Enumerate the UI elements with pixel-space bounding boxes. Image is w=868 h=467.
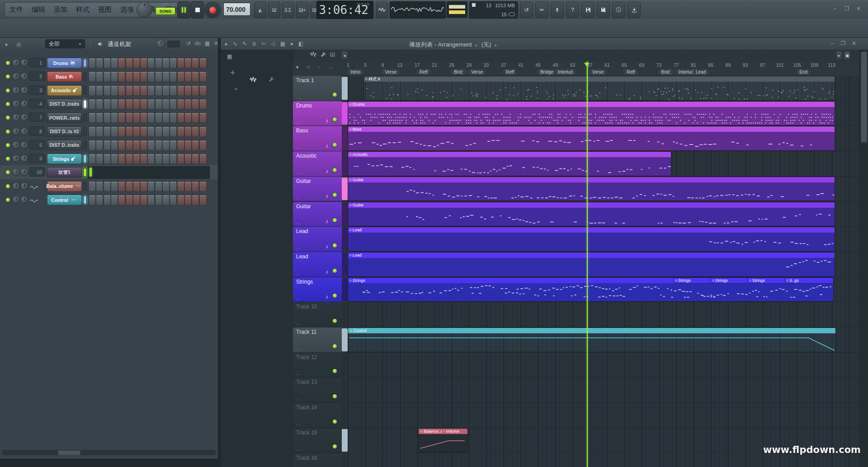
step-cell[interactable] <box>96 112 103 123</box>
undo-icon[interactable]: ↺ <box>520 2 533 18</box>
track-options-dots[interactable]: ... <box>296 145 301 149</box>
step-cell[interactable] <box>170 99 177 109</box>
step-cell[interactable] <box>199 154 207 164</box>
step-cell[interactable] <box>89 58 96 68</box>
clip-strings[interactable]: ≡Strings <box>711 278 748 283</box>
step-cell[interactable] <box>96 195 103 205</box>
countdown-icon[interactable]: 3.2. <box>282 2 294 18</box>
vertical-scrollbar[interactable] <box>859 50 868 467</box>
step-cell[interactable] <box>162 181 170 191</box>
step-cell[interactable] <box>140 99 147 109</box>
track-color-strip[interactable] <box>342 454 348 467</box>
slice-tool-icon[interactable]: ✄ <box>261 41 266 47</box>
step-cell[interactable] <box>147 154 155 164</box>
playlist-maximize-button[interactable]: ❐ <box>839 40 847 47</box>
clip-header[interactable]: ≡Guitar <box>348 177 835 182</box>
channel-enable-led[interactable] <box>5 102 10 107</box>
picker-wave-tab-icon[interactable] <box>250 76 257 84</box>
stretch-icon[interactable]: ↔ <box>328 64 334 70</box>
track-options-dots[interactable]: ... <box>296 446 301 451</box>
step-cell[interactable] <box>155 126 162 137</box>
track-enable-led[interactable] <box>332 168 337 173</box>
step-cell[interactable] <box>89 112 96 123</box>
track-options-dots[interactable]: ... <box>296 94 301 99</box>
rack-scrollbar[interactable] <box>2 450 216 455</box>
note-icon[interactable]: ♪ <box>326 117 328 124</box>
save-icon[interactable] <box>581 2 594 18</box>
pan-knob[interactable] <box>12 73 20 80</box>
step-cell[interactable] <box>155 195 162 205</box>
step-cell[interactable] <box>111 126 118 137</box>
track-color-strip[interactable] <box>342 429 348 452</box>
step-cell[interactable] <box>192 181 199 191</box>
track-color-strip[interactable] <box>342 177 348 201</box>
menu-item-0[interactable]: 文件 <box>9 5 23 14</box>
step-cell[interactable] <box>111 140 118 150</box>
pan-knob[interactable] <box>12 196 20 204</box>
step-cell[interactable] <box>155 181 162 191</box>
step-cell[interactable] <box>199 71 207 82</box>
track-color-strip[interactable] <box>342 278 348 301</box>
clip-lead[interactable]: ≡Lead <box>348 227 835 251</box>
channel-button[interactable]: DIST D..ts #2 <box>47 126 82 137</box>
channel-button[interactable]: Acoustic <box>47 85 82 96</box>
step-cell[interactable] <box>104 99 111 109</box>
step-cell[interactable] <box>133 112 140 123</box>
swing-knob[interactable] <box>156 40 165 48</box>
step-cell[interactable] <box>199 85 207 96</box>
track-header-drums[interactable]: Drums...♪ <box>293 101 342 126</box>
step-cell[interactable] <box>104 154 111 164</box>
step-cell[interactable] <box>162 85 170 96</box>
step-cell[interactable] <box>177 58 184 68</box>
zoom-fit-button[interactable]: ▣ <box>844 51 851 60</box>
step-cell[interactable] <box>140 85 147 96</box>
step-cell[interactable] <box>147 99 155 109</box>
step-cell[interactable] <box>155 154 162 164</box>
close-icon[interactable]: ✕ <box>214 40 218 47</box>
close-button[interactable]: ✕ <box>854 5 863 12</box>
blend-recording-icon[interactable]: Ш+ <box>296 2 308 18</box>
step-cell[interactable] <box>170 126 177 137</box>
step-cell[interactable] <box>133 140 140 150</box>
microphone-icon[interactable] <box>551 2 564 18</box>
volume-knob[interactable] <box>20 155 28 163</box>
track-header-bass[interactable]: Bass...♪ <box>293 126 342 151</box>
step-cell[interactable] <box>170 71 177 82</box>
step-cell[interactable] <box>118 71 125 82</box>
clip-header[interactable]: ≡Lead <box>348 252 835 258</box>
clip-s-gs[interactable]: ≡S..gs <box>785 278 833 283</box>
playlist-grid-track-10[interactable] <box>348 302 858 327</box>
clip-header[interactable]: ∿Control <box>348 328 835 333</box>
step-cell[interactable] <box>162 99 170 109</box>
draw-tool-icon[interactable]: ✎ <box>242 41 247 47</box>
step-cell[interactable] <box>118 58 125 68</box>
track-color-strip[interactable] <box>342 203 348 226</box>
channel-number[interactable]: 10 <box>29 167 45 177</box>
track-options-dots[interactable]: ... <box>296 295 301 300</box>
clip-balance-r-volume[interactable]: ∿Balance..r - Volume <box>419 429 467 453</box>
step-cell[interactable] <box>177 112 184 123</box>
step-cell[interactable] <box>155 85 162 96</box>
note-icon[interactable]: ♪ <box>326 294 328 300</box>
menu-item-3[interactable]: 样式 <box>76 5 90 14</box>
timeline-marker[interactable]: End <box>796 69 811 75</box>
step-cell[interactable] <box>118 195 125 205</box>
picker-keys-icon[interactable]: ▦ <box>227 53 232 60</box>
zoom-tool-icon[interactable]: ● <box>290 41 293 47</box>
track-header-track-16[interactable]: Track 16... <box>293 453 342 467</box>
channel-number[interactable]: 5 <box>29 140 45 149</box>
step-cell[interactable] <box>140 195 147 205</box>
volume-knob[interactable] <box>20 182 28 190</box>
wrench-icon[interactable] <box>321 51 326 59</box>
timeline-marker[interactable]: Brid: <box>451 69 467 75</box>
channel-button[interactable]: Drums <box>47 58 82 68</box>
timeline-marker[interactable]: Verse <box>382 69 400 75</box>
volume-knob[interactable] <box>20 141 28 149</box>
playlist-grid-track-12[interactable] <box>348 353 858 378</box>
track-options-dots[interactable]: ... <box>296 170 301 175</box>
step-cell[interactable] <box>111 85 118 96</box>
keys-icon[interactable]: Ш <box>330 51 335 59</box>
step-cell[interactable] <box>162 140 170 150</box>
step-cell[interactable] <box>118 154 125 164</box>
step-cell[interactable] <box>184 71 192 82</box>
